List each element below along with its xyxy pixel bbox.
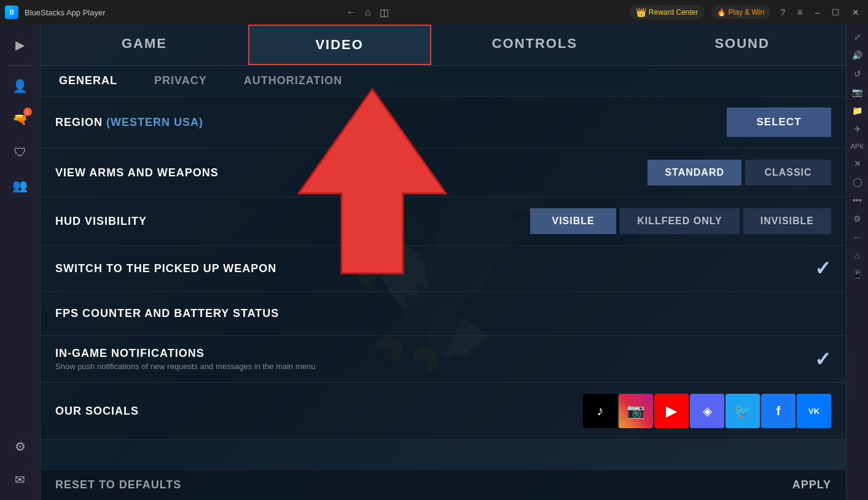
apk-icon[interactable]: APK [848, 140, 866, 152]
row-ingame-notifications: IN-GAME NOTIFICATIONS Show push notifica… [41, 336, 846, 383]
region-label: REGION (WESTERN USA) [55, 116, 727, 129]
ingame-notifications-controls: ✓ [815, 348, 831, 371]
home-icon[interactable]: ⌂ [365, 7, 371, 18]
sidebar-item-shield[interactable]: 🛡 [5, 137, 36, 168]
sidebar-divider [8, 65, 33, 66]
back-icon[interactable]: ← [346, 7, 356, 18]
tiktok-icon: ♪ [597, 403, 604, 419]
close-icon[interactable]: ✕ [848, 6, 863, 18]
settings-icon: ⚙ [15, 439, 26, 454]
row-hud-visibility: HUD VISIBILITY VISIBLE KILLFEED ONLY INV… [41, 197, 846, 246]
rotate-icon[interactable]: ↺ [851, 66, 864, 81]
hud-invisible-button[interactable]: INVISIBLE [743, 208, 831, 234]
settings-content: REGION (WESTERN USA) SELECT VIEW ARMS AN… [41, 96, 846, 469]
vk-button[interactable]: VK [797, 394, 831, 428]
home-nav-icon[interactable]: ⌂ [852, 248, 862, 263]
tab-video[interactable]: VIDEO [248, 25, 431, 65]
folder-icon[interactable]: 📁 [850, 103, 865, 118]
social-icons: ♪ 📷 ▶ ◈ 🐦 [583, 394, 831, 428]
discord-button[interactable]: ◈ [690, 394, 724, 428]
switch-weapon-checkmark[interactable]: ✓ [815, 257, 831, 280]
phone-icon[interactable]: 📱 [850, 267, 865, 281]
facebook-icon: f [776, 404, 781, 418]
window-controls: ? ≡ – ☐ ✕ [776, 6, 863, 18]
app-title: BlueStacks App Player [25, 8, 106, 17]
subtab-privacy[interactable]: PRIVACY [136, 66, 225, 96]
shield-icon: 🛡 [14, 146, 26, 160]
minimize-icon[interactable]: – [811, 6, 823, 18]
reset-defaults-button[interactable]: RESET TO DEFAULTS [55, 479, 181, 491]
row-switch-weapon: SWITCH TO THE PICKED UP WEAPON ✓ [41, 246, 846, 292]
erase-icon[interactable]: ✕ [851, 156, 864, 171]
game-area: 🦅 GAME VIDEO CONTROLS SOUND GENERAL PRIV… [41, 25, 846, 500]
apply-button[interactable]: APPLY [792, 479, 831, 491]
fire-icon: 🔥 [717, 8, 726, 17]
gear-icon[interactable]: ⚙ [851, 211, 864, 226]
row-fps-counter: FPS COUNTER AND BATTERY STATUS [41, 292, 846, 336]
twitter-button[interactable]: 🐦 [725, 394, 760, 428]
ingame-notifications-sublabel: Show push notifications of new requests … [55, 362, 815, 371]
expand-icon[interactable]: ⤢ [851, 29, 864, 44]
hud-killfeed-button[interactable]: KILLFEED ONLY [620, 208, 740, 234]
view-arms-standard-button[interactable]: STANDARD [647, 160, 741, 186]
help-icon[interactable]: ? [776, 6, 789, 18]
reward-center-button[interactable]: 👑 Reward Center [630, 5, 705, 20]
youtube-button[interactable]: ▶ [654, 394, 689, 428]
tab-game[interactable]: GAME [41, 25, 248, 65]
region-select-button[interactable]: SELECT [727, 107, 831, 137]
sidebar-item-settings[interactable]: ⚙ [5, 431, 36, 462]
sidebar-item-profile[interactable]: 👤 [5, 71, 36, 101]
hud-visibility-label: HUD VISIBILITY [55, 215, 530, 228]
hud-visible-button[interactable]: VISIBLE [530, 208, 616, 234]
view-arms-classic-button[interactable]: CLASSIC [745, 160, 831, 186]
titlebar: B BlueStacks App Player ← ⌂ ◫ 👑 Reward C… [0, 0, 868, 25]
subtab-general[interactable]: GENERAL [41, 66, 136, 96]
vk-icon: VK [808, 407, 819, 416]
location-icon[interactable]: ◯ [850, 174, 865, 189]
titlebar-nav: ← ⌂ ◫ [346, 7, 389, 18]
back-nav-icon[interactable]: ← [851, 230, 864, 244]
tab-controls[interactable]: CONTROLS [431, 25, 639, 65]
row-our-socials: OUR SOCIALS ♪ 📷 ▶ [41, 383, 846, 440]
hud-visibility-controls: VISIBLE KILLFEED ONLY INVISIBLE [530, 208, 831, 234]
sidebar-item-gun[interactable]: 🔫 1 [5, 104, 36, 135]
discord-icon: ◈ [703, 404, 712, 418]
row-region: REGION (WESTERN USA) SELECT [41, 96, 846, 149]
layers-icon[interactable]: ◫ [380, 7, 389, 18]
profile-icon: 👤 [12, 79, 28, 93]
sidebar-item-mail[interactable]: ✉ [5, 464, 36, 495]
our-socials-controls: ♪ 📷 ▶ ◈ 🐦 [583, 394, 831, 428]
screenshot-icon[interactable]: 📷 [850, 85, 865, 100]
bluestacks-logo: B [5, 6, 18, 19]
gun-badge: 1 [23, 107, 32, 116]
tab-sound[interactable]: SOUND [638, 25, 846, 65]
row-view-arms: VIEW ARMS AND WEAPONS STANDARD CLASSIC [41, 149, 846, 197]
mail-icon: ✉ [15, 472, 25, 487]
crown-icon: 👑 [636, 7, 646, 17]
ingame-notifications-label: IN-GAME NOTIFICATIONS Show push notifica… [55, 347, 815, 371]
ingame-notifications-checkmark[interactable]: ✓ [815, 348, 831, 371]
team-icon: 👥 [12, 178, 28, 193]
tab-bar: GAME VIDEO CONTROLS SOUND [41, 25, 846, 66]
instagram-icon: 📷 [627, 402, 645, 420]
tiktok-button[interactable]: ♪ [583, 394, 617, 428]
subtab-authorization[interactable]: AUTHORIZATION [225, 66, 361, 96]
twitter-icon: 🐦 [733, 402, 752, 420]
facebook-button[interactable]: f [761, 394, 796, 428]
menu-icon[interactable]: ≡ [794, 6, 806, 18]
view-arms-controls: STANDARD CLASSIC [647, 160, 831, 186]
volume-icon[interactable]: 🔊 [850, 48, 865, 63]
sidebar-item-team[interactable]: 👥 [5, 170, 36, 201]
fps-counter-label: FPS COUNTER AND BATTERY STATUS [55, 307, 831, 320]
region-controls: SELECT [727, 107, 831, 137]
bottom-bar: RESET TO DEFAULTS APPLY [41, 469, 846, 500]
sidebar-item-play[interactable]: ▶ [5, 29, 36, 60]
airplane-icon[interactable]: ✈ [851, 122, 864, 136]
switch-weapon-controls: ✓ [815, 257, 831, 280]
play-win-button[interactable]: 🔥 Play & Win [711, 6, 771, 19]
restore-icon[interactable]: ☐ [828, 6, 843, 18]
more-icon[interactable]: ••• [850, 193, 864, 208]
titlebar-right: 👑 Reward Center 🔥 Play & Win ? ≡ – ☐ ✕ [630, 5, 863, 20]
instagram-button[interactable]: 📷 [619, 394, 653, 428]
our-socials-label: OUR SOCIALS [55, 405, 583, 418]
